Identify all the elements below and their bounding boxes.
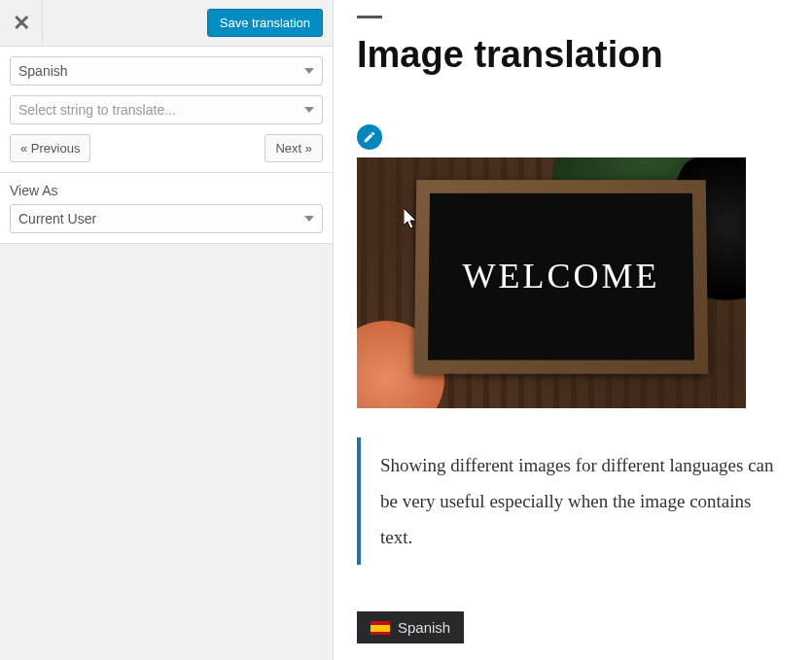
nav-row: « Previous Next » (10, 134, 323, 162)
view-as-label: View As (10, 183, 323, 198)
view-as-select[interactable]: Current User (10, 204, 323, 233)
chevron-down-icon (304, 107, 314, 113)
next-button[interactable]: Next » (265, 134, 323, 162)
language-select-value: Spanish (18, 63, 68, 79)
close-icon: ✕ (13, 11, 30, 36)
previous-button[interactable]: « Previous (10, 134, 90, 162)
chalkboard-text: WELCOME (462, 256, 659, 296)
language-select[interactable]: Spanish (10, 56, 323, 86)
top-divider (357, 16, 382, 18)
quote-block: Showing different images for different l… (357, 437, 775, 565)
save-translation-button[interactable]: Save translation (207, 9, 323, 37)
language-switcher-label: Spanish (398, 619, 450, 636)
controls-panel: Spanish Select string to translate... « … (0, 47, 333, 173)
sidebar-topbar: ✕ Save translation (0, 0, 333, 47)
preview-image[interactable]: WELCOME (357, 157, 746, 408)
chevron-down-icon (304, 68, 314, 74)
quote-text: Showing different images for different l… (380, 455, 774, 547)
chevron-down-icon (304, 216, 314, 222)
translation-sidebar: ✕ Save translation Spanish Select string… (0, 0, 334, 660)
preview-content: Image translation WELCOME Showing differ… (334, 0, 812, 660)
string-select[interactable]: Select string to translate... (10, 95, 323, 124)
edit-badge[interactable] (357, 124, 382, 150)
chalkboard: WELCOME (414, 180, 709, 374)
view-as-value: Current User (18, 211, 96, 226)
flag-es-icon (371, 621, 390, 635)
language-switcher[interactable]: Spanish (357, 611, 464, 643)
pencil-icon (363, 130, 376, 144)
string-select-placeholder: Select string to translate... (18, 102, 176, 118)
close-button[interactable]: ✕ (10, 0, 43, 46)
page-title: Image translation (357, 34, 789, 76)
view-as-panel: View As Current User (0, 173, 333, 244)
